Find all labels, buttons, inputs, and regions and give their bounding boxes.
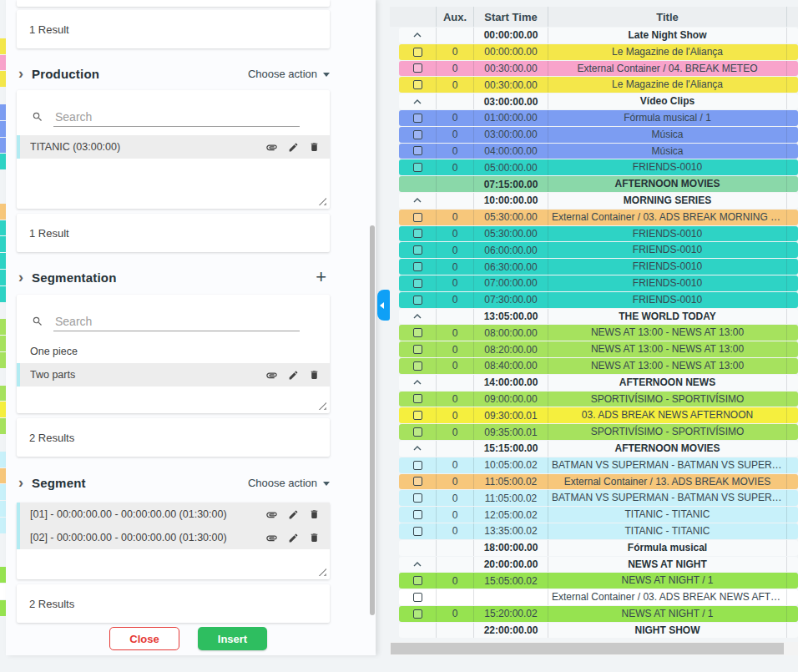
playlist-item-row[interactable]: 010:05:00.02BATMAN VS SUPERMAN - BATMAN … [399,457,798,473]
row-checkbox[interactable] [413,229,422,238]
choose-action-button[interactable]: Choose action [248,477,330,489]
row-checkbox[interactable] [413,411,422,420]
list-item[interactable]: TITANIC (03:00:00) [17,135,330,159]
playlist-item-row[interactable]: 013:35:00.02TITANIC - TITANIC [399,523,798,539]
playlist-item-row[interactable]: 001:00:00.00Fórmula musical / 1 [399,110,798,126]
playlist-item-row[interactable]: 004:00:00.00Música [399,144,798,159]
playlist-item-row[interactable]: 012:05:00.02TITANIC - TITANIC [399,507,798,523]
row-checkbox[interactable] [413,245,422,255]
search-input[interactable] [53,108,300,127]
playlist-group-row[interactable]: 18:00:00.00Fórmula musical [399,540,798,556]
search-input[interactable] [53,312,300,331]
choose-action-button[interactable]: Choose action [248,68,330,80]
list-item[interactable]: [01] - 00:00:00.00 - 00:00:00.00 (01:30:… [17,503,330,526]
chevron-right-icon[interactable]: › [18,270,23,285]
playlist-item-row[interactable]: 005:30:00.00External Container / 03. ADS… [399,210,798,225]
edit-icon[interactable] [288,142,299,153]
collapse-caret-icon[interactable] [413,562,422,567]
collapse-caret-icon[interactable] [413,314,422,319]
row-checkbox[interactable] [413,609,422,619]
row-checkbox[interactable] [413,510,422,519]
playlist-item-row[interactable]: 008:00:00.00NEWS AT 13:00 - NEWS AT 13:0… [399,325,798,341]
delete-icon[interactable] [309,508,320,520]
playlist-item-row[interactable]: 000:00:00.00Le Magazine de l'Aliança [399,44,798,60]
collapse-caret-icon[interactable] [413,446,422,451]
horizontal-scrollbar[interactable] [390,642,798,655]
row-checkbox[interactable] [413,48,422,57]
edit-icon[interactable] [288,370,299,381]
list-item[interactable]: [02] - 00:00:00.00 - 00:00:00.00 (01:30:… [17,526,330,549]
playlist-group-row[interactable]: 03:00:00.00Vídeo Clips [399,93,798,109]
delete-icon[interactable] [309,369,320,381]
playlist-item-row[interactable]: 011:05:00.02External Container / 13. ADS… [399,474,798,490]
resize-grip[interactable] [318,402,326,410]
chevron-right-icon[interactable]: › [18,66,23,81]
row-checkbox[interactable] [413,361,422,371]
playlist-item-row[interactable]: 006:30:00.00FRIENDS-0010 [399,259,798,275]
playlist-group-row[interactable]: 14:00:00.00AFTERNOON NEWS [399,375,798,391]
playlist-group-row[interactable]: 07:15:00.00AFTERNOON MOVIES [399,176,798,192]
resize-grip[interactable] [318,568,326,576]
playlist-item-row[interactable]: 000:30:00.00Le Magazine de l'Aliança [399,77,798,93]
playlist-group-row[interactable]: 20:00:00.00NEWS AT NIGHT [399,557,798,573]
delete-icon[interactable] [309,532,320,543]
attachment-icon[interactable] [265,508,278,521]
row-checkbox[interactable] [413,213,422,222]
edit-icon[interactable] [288,533,299,543]
playlist-item-row[interactable]: 003:00:00.00Música [399,127,798,143]
playlist-item-row[interactable]: 015:20:00.02NEWS AT NIGHT / 1 [399,606,798,622]
add-segmentation-button[interactable]: + [316,268,326,286]
list-item[interactable]: Two parts [17,363,330,387]
playlist-group-row[interactable]: 22:00:00.00NIGHT SHOW [399,623,798,639]
row-checkbox[interactable] [413,593,422,602]
row-checkbox[interactable] [413,527,422,536]
row-checkbox[interactable] [413,146,422,155]
collapse-caret-icon[interactable] [413,380,422,385]
row-checkbox[interactable] [413,63,422,73]
list-item[interactable]: One piece [17,340,330,363]
row-checkbox[interactable] [413,477,422,486]
playlist-item-row[interactable]: 009:00:00.00SPORTIVÍSIMO - SPORTIVÍSIMO [399,392,798,407]
collapse-caret-icon[interactable] [413,33,422,38]
attachment-icon[interactable] [265,532,278,544]
panel-scrollbar[interactable] [370,225,375,615]
row-checkbox[interactable] [413,130,422,139]
playlist-item-row[interactable]: External Container / 03. ADS BREAK NEWS … [399,589,798,605]
row-checkbox[interactable] [413,576,422,585]
playlist-item-row[interactable]: 005:30:00.00FRIENDS-0010 [399,226,798,242]
row-checkbox[interactable] [413,80,422,89]
row-checkbox[interactable] [413,394,422,403]
playlist-item-row[interactable]: 009:30:00.0103. ADS BREAK NEWS AFTERNOON [399,407,798,423]
playlist-item-row[interactable]: 005:00:00.00FRIENDS-0010 [399,159,798,175]
playlist-group-row[interactable]: 15:15:00.00AFTERNOON MOVIES [399,441,798,457]
insert-button[interactable]: Insert [198,627,267,650]
playlist-item-row[interactable]: 008:20:00.00NEWS AT 13:00 - NEWS AT 13:0… [399,341,798,357]
playlist-item-row[interactable]: 007:00:00.00FRIENDS-0010 [399,275,798,291]
playlist-item-row[interactable]: 008:40:00.00NEWS AT 13:00 - NEWS AT 13:0… [399,358,798,374]
playlist-item-row[interactable]: 009:35:00.01SPORTIVÍSIMO - SPORTIVÍSIMO [399,424,798,440]
row-checkbox[interactable] [413,114,422,123]
playlist-group-row[interactable]: 00:00:00.00Late Night Show [399,28,798,43]
row-checkbox[interactable] [413,328,422,337]
collapse-caret-icon[interactable] [413,198,422,203]
row-checkbox[interactable] [413,163,422,172]
playlist-item-row[interactable]: 011:05:00.02BATMAN VS SUPERMAN - BATMAN … [399,490,798,506]
chevron-right-icon[interactable]: › [18,475,23,490]
edit-icon[interactable] [288,509,299,520]
playlist-item-row[interactable]: 000:30:00.00External Container / 04. BRE… [399,61,798,77]
playlist-group-row[interactable]: 13:05:00.00THE WORLD TODAY [399,309,798,325]
row-checkbox[interactable] [413,262,422,271]
resize-grip[interactable] [318,197,326,205]
drawer-collapse-handle[interactable] [377,290,390,321]
row-checkbox[interactable] [413,279,422,288]
delete-icon[interactable] [309,141,320,153]
playlist-item-row[interactable]: 015:05:00.02NEWS AT NIGHT / 1 [399,573,798,589]
row-checkbox[interactable] [413,461,422,470]
row-checkbox[interactable] [413,493,422,503]
attachment-icon[interactable] [265,141,278,154]
horizontal-scrollbar-thumb[interactable] [391,643,784,654]
playlist-item-row[interactable]: 006:00:00.00FRIENDS-0010 [399,242,798,258]
attachment-icon[interactable] [265,369,278,381]
row-checkbox[interactable] [413,427,422,437]
close-button[interactable]: Close [109,627,179,650]
